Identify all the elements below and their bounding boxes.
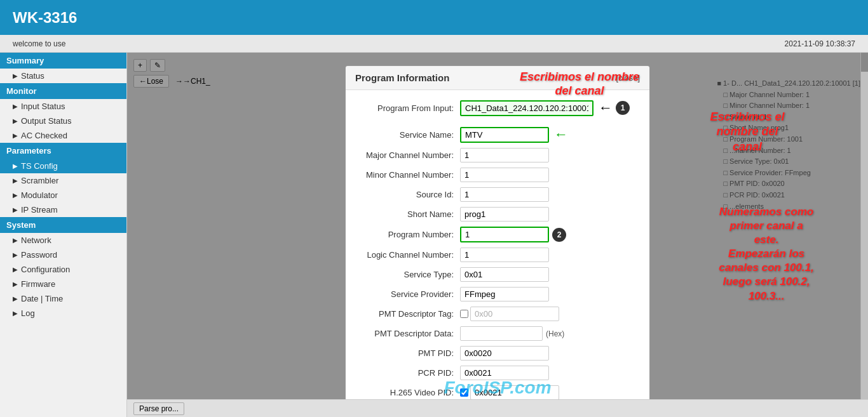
arrow-icon: ▶ bbox=[13, 103, 18, 110]
program-from-input-row: Program From Input: ← 1 bbox=[358, 100, 637, 116]
h265-pid-row: H.265 Video PID: bbox=[358, 385, 637, 400]
sidebar-item-network[interactable]: ▶ Network bbox=[0, 233, 126, 248]
major-channel-row: Major Channel Number: bbox=[358, 148, 637, 162]
logic-channel-field[interactable] bbox=[460, 248, 549, 262]
app-title: WK-3316 bbox=[13, 9, 77, 27]
sidebar-item-output-status[interactable]: ▶ Output Status bbox=[0, 114, 126, 128]
sidebar-item-ac-checked[interactable]: ▶ AC Checked bbox=[0, 128, 126, 143]
minor-channel-label: Minor Channel Number: bbox=[358, 170, 460, 180]
sidebar-item-input-status[interactable]: ▶ Input Status bbox=[0, 99, 126, 114]
major-channel-field[interactable] bbox=[460, 148, 549, 162]
logic-channel-row: Logic Channel Number: bbox=[358, 248, 637, 262]
sidebar-item-ip-stream[interactable]: ▶ IP Stream bbox=[0, 202, 126, 217]
service-name-field[interactable] bbox=[460, 127, 549, 143]
source-id-label: Source Id: bbox=[358, 190, 460, 199]
service-provider-row: Service Provider: bbox=[358, 287, 637, 301]
program-info-modal: Program Information [close] Program From… bbox=[345, 65, 650, 417]
sidebar-item-modulator[interactable]: ▶ Modulator bbox=[0, 188, 126, 202]
program-number-field[interactable] bbox=[460, 227, 549, 242]
bottom-bar: Parse pro... bbox=[127, 399, 868, 417]
welcome-bar: welcome to use 2021-11-09 10:38:37 bbox=[0, 35, 868, 53]
content-area: + ✎ ←Lose →→CH1_ ■ 1- D... CH1_Data1_224… bbox=[127, 53, 868, 417]
sidebar-item-label: AC Checked bbox=[21, 131, 67, 140]
sidebar-item-label: TS Config bbox=[21, 161, 58, 171]
arrow-icon: ▶ bbox=[13, 132, 18, 139]
sidebar-section-parameters: Parameters bbox=[0, 143, 126, 159]
sidebar-item-label: Scrambler bbox=[21, 176, 58, 185]
sidebar-item-password[interactable]: ▶ Password bbox=[0, 248, 126, 262]
service-provider-label: Service Provider: bbox=[358, 289, 460, 299]
badge-2: 2 bbox=[552, 228, 566, 242]
h265-pid-field[interactable] bbox=[470, 385, 559, 400]
sidebar-section-system: System bbox=[0, 217, 126, 233]
sidebar-section-monitor: Monitor bbox=[0, 83, 126, 99]
sidebar-item-ts-config[interactable]: ▶ TS Config bbox=[0, 159, 126, 173]
sidebar-item-label: Log bbox=[21, 308, 35, 318]
short-name-row: Short Name: bbox=[358, 207, 637, 222]
arrow-icon: ▶ bbox=[13, 295, 18, 302]
pmt-descriptor-tag-checkbox[interactable] bbox=[460, 310, 468, 318]
pcr-pid-field[interactable] bbox=[460, 366, 549, 380]
sidebar-item-label: Firmware bbox=[21, 279, 55, 289]
scrollbar[interactable] bbox=[860, 53, 868, 417]
sidebar-item-label: Date | Time bbox=[21, 294, 63, 303]
header: WK-3316 bbox=[0, 0, 868, 35]
program-number-label: Program Number: bbox=[358, 230, 460, 239]
modal-body: Program From Input: ← 1 Escribimos el no… bbox=[346, 90, 649, 417]
source-id-row: Source Id: bbox=[358, 187, 637, 202]
sidebar-item-firmware[interactable]: ▶ Firmware bbox=[0, 277, 126, 291]
pmt-descriptor-tag-field[interactable] bbox=[470, 307, 559, 321]
parse-button[interactable]: Parse pro... bbox=[133, 402, 184, 415]
arrow-icon: ▶ bbox=[13, 251, 18, 258]
sidebar-item-log[interactable]: ▶ Log bbox=[0, 306, 126, 321]
modal-title: Program Information bbox=[355, 72, 449, 83]
pmt-pid-row: PMT PID: bbox=[358, 346, 637, 361]
arrow-right-icon: ← bbox=[599, 100, 613, 116]
sidebar-item-label: Modulator bbox=[21, 190, 58, 200]
pmt-pid-label: PMT PID: bbox=[358, 348, 460, 358]
sidebar-item-label: Status bbox=[21, 71, 44, 81]
sidebar-item-date-time[interactable]: ▶ Date | Time bbox=[0, 291, 126, 306]
program-from-input-field[interactable] bbox=[460, 100, 593, 116]
major-channel-label: Major Channel Number: bbox=[358, 150, 460, 160]
short-name-field[interactable] bbox=[460, 207, 549, 222]
hex-label: (Hex) bbox=[546, 329, 564, 338]
arrow-icon: ▶ bbox=[13, 310, 18, 317]
modal-close-link[interactable]: [close] bbox=[616, 73, 640, 83]
sidebar-item-label: Input Status bbox=[21, 102, 65, 111]
pcr-pid-row: PCR PID: bbox=[358, 366, 637, 380]
service-type-field[interactable] bbox=[460, 267, 549, 282]
sidebar-item-label: Configuration bbox=[21, 265, 70, 274]
arrow-icon: ▶ bbox=[13, 117, 18, 124]
service-provider-field[interactable] bbox=[460, 287, 549, 301]
h265-pid-checkbox[interactable] bbox=[460, 388, 468, 397]
logic-channel-label: Logic Channel Number: bbox=[358, 250, 460, 260]
pmt-descriptor-data-label: PMT Descriptor Data: bbox=[358, 329, 460, 338]
arrow-icon: ▶ bbox=[13, 281, 18, 288]
sidebar-item-label: Output Status bbox=[21, 116, 72, 126]
pmt-pid-field[interactable] bbox=[460, 346, 549, 361]
service-name-label: Service Name: bbox=[358, 130, 460, 140]
sidebar-item-configuration[interactable]: ▶ Configuration bbox=[0, 262, 126, 277]
sidebar-item-label: Network bbox=[21, 235, 51, 245]
short-name-label: Short Name: bbox=[358, 209, 460, 219]
sidebar-item-status[interactable]: ▶ Status bbox=[0, 69, 126, 83]
pmt-descriptor-data-field[interactable] bbox=[460, 326, 543, 341]
sidebar-item-label: Password bbox=[21, 250, 57, 260]
arrow-icon: ▶ bbox=[13, 237, 18, 244]
source-id-field[interactable] bbox=[460, 187, 549, 202]
arrow-icon: ▶ bbox=[13, 162, 18, 169]
sidebar: Summary ▶ Status Monitor ▶ Input Status … bbox=[0, 53, 127, 417]
arrow-service-icon: ← bbox=[554, 126, 568, 143]
minor-channel-field[interactable] bbox=[460, 168, 549, 182]
modal-header: Program Information [close] bbox=[346, 66, 649, 90]
pcr-pid-label: PCR PID: bbox=[358, 368, 460, 378]
arrow-icon: ▶ bbox=[13, 192, 18, 199]
pmt-descriptor-data-row: PMT Descriptor Data: (Hex) bbox=[358, 326, 637, 341]
service-name-row: Service Name: ← bbox=[358, 126, 637, 143]
arrow-icon: ▶ bbox=[13, 206, 18, 213]
sidebar-section-summary: Summary bbox=[0, 53, 126, 69]
sidebar-item-scrambler[interactable]: ▶ Scrambler bbox=[0, 173, 126, 188]
scrollbar-thumb[interactable] bbox=[861, 53, 868, 72]
modal-overlay: Program Information [close] Program From… bbox=[127, 53, 868, 417]
